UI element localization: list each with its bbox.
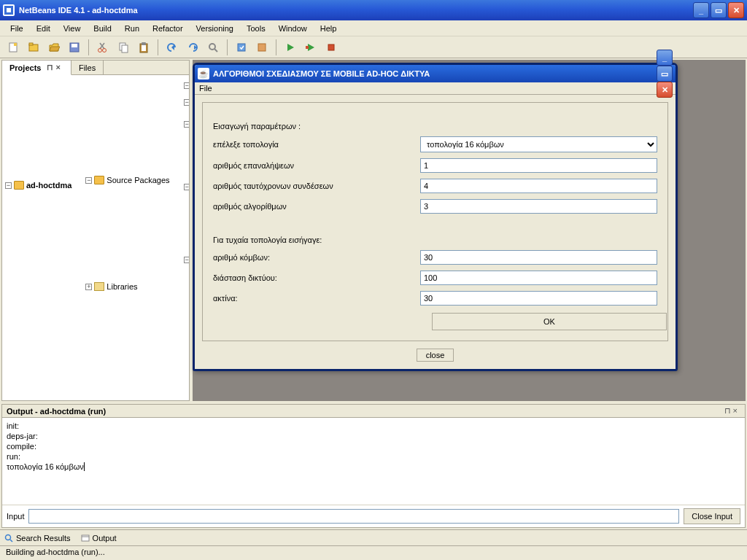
menu-tools[interactable]: Tools <box>241 23 271 34</box>
output-controls[interactable]: ⊓ × <box>721 406 740 416</box>
svg-point-15 <box>209 44 215 50</box>
iterations-input[interactable] <box>420 158 657 173</box>
algorithms-label: αριθμός αλγορίθμων <box>213 202 417 211</box>
output-title: Output - ad-hoctdma (run) <box>7 407 106 416</box>
status-bar: Building ad-hoctdma (run)... <box>0 545 747 560</box>
open-icon[interactable] <box>45 39 63 56</box>
close-input-button[interactable]: Close Input <box>684 508 740 524</box>
menu-build[interactable]: Build <box>88 23 117 34</box>
algorithm-dialog: ☕ ΑΛΓΟΡΙΘΜΟΙ ΣΧΕΔΙΑΣΜΟΥ ΣΕ MOBILE AD-HOC… <box>193 63 678 371</box>
svg-rect-20 <box>328 44 334 50</box>
svg-rect-18 <box>258 44 266 51</box>
menu-bar: File Edit View Build Run Refactor Versio… <box>0 20 747 36</box>
dialog-maximize-button[interactable]: ▭ <box>657 66 673 82</box>
connections-input[interactable] <box>420 179 657 193</box>
nodes-label: αριθμό κόμβων: <box>213 253 417 262</box>
tab-files[interactable]: Files <box>71 61 104 74</box>
svg-rect-5 <box>29 43 33 45</box>
minimize-button[interactable]: _ <box>693 2 709 18</box>
dialog-title: ΑΛΓΟΡΙΘΜΟΙ ΣΧΕΔΙΑΣΜΟΥ ΣΕ MOBILE AD-HOC Δ… <box>213 69 430 78</box>
svg-rect-14 <box>142 42 146 45</box>
algorithms-input[interactable] <box>420 199 657 214</box>
dialog-minimize-button[interactable]: _ <box>657 50 673 66</box>
svg-rect-13 <box>142 45 146 51</box>
find-icon[interactable] <box>204 39 222 56</box>
menu-versioning[interactable]: Versioning <box>190 23 239 34</box>
svg-rect-11 <box>122 45 128 52</box>
maximize-button[interactable]: ▭ <box>711 2 727 18</box>
output-panel: Output - ad-hoctdma (run)⊓ × init: deps-… <box>1 404 746 528</box>
toolbar <box>0 36 747 58</box>
editor-area: ☕ ΑΛΓΟΡΙΘΜΟΙ ΣΧΕΔΙΑΣΜΟΥ ΣΕ MOBILE AD-HOC… <box>193 60 746 401</box>
window-title: NetBeans IDE 4.1 - ad-hoctdma <box>19 6 138 15</box>
svg-point-9 <box>103 48 107 52</box>
dimension-input[interactable] <box>420 271 657 285</box>
attach-icon[interactable] <box>322 39 340 56</box>
tab-projects[interactable]: Projects⊓ × <box>2 61 71 75</box>
radius-label: ακτίνα: <box>213 294 417 303</box>
output-body[interactable]: init: deps-jar: compile: run: τοπολογία … <box>2 418 745 505</box>
run-icon[interactable] <box>282 39 299 56</box>
java-icon: ☕ <box>198 68 209 79</box>
netbeans-icon <box>3 4 15 16</box>
copy-icon[interactable] <box>115 39 132 56</box>
dimension-label: διάσταση δικτύου: <box>213 273 417 282</box>
paste-icon[interactable] <box>135 39 152 56</box>
svg-rect-19 <box>306 46 309 49</box>
svg-point-21 <box>6 534 11 540</box>
dialog-close-button[interactable]: ✕ <box>657 82 673 98</box>
project-tree[interactable]: −ad-hoctdma −Source Packages −adhoctdma … <box>2 75 189 400</box>
window-titlebar: NetBeans IDE 4.1 - ad-hoctdma _ ▭ ✕ <box>0 0 747 20</box>
redo-icon[interactable] <box>184 39 201 56</box>
input-label: Input <box>7 512 24 521</box>
nodes-input[interactable] <box>420 250 657 265</box>
close-button[interactable]: ✕ <box>728 2 744 18</box>
menu-file[interactable]: File <box>4 23 29 34</box>
svg-rect-1 <box>7 8 11 12</box>
ok-button[interactable]: OK <box>432 313 667 330</box>
cut-icon[interactable] <box>94 39 112 56</box>
dialog-menu-file[interactable]: File <box>195 82 676 95</box>
undo-icon[interactable] <box>163 39 181 56</box>
build-icon[interactable] <box>233 39 250 56</box>
save-icon[interactable] <box>66 39 83 56</box>
connections-label: αριθμός ταυτόχρονων συνδέσεων <box>213 182 417 190</box>
menu-refactor[interactable]: Refactor <box>147 23 189 34</box>
pin-icon[interactable]: ⊓ × <box>44 63 63 72</box>
menu-window[interactable]: Window <box>273 23 313 34</box>
bottom-tabs: Search Results Output <box>0 529 747 545</box>
section2-label: Για τυχαία τοπολογία εισήγαγε: <box>213 236 657 244</box>
svg-rect-23 <box>82 535 89 541</box>
dialog-titlebar[interactable]: ☕ ΑΛΓΟΡΙΘΜΟΙ ΣΧΕΔΙΑΣΜΟΥ ΣΕ MOBILE AD-HOC… <box>195 65 676 82</box>
svg-line-16 <box>214 49 217 52</box>
new-file-icon[interactable] <box>4 39 22 56</box>
search-icon <box>4 534 13 542</box>
output-tab[interactable]: Output <box>81 534 117 542</box>
output-input[interactable] <box>28 509 679 524</box>
topology-label: επέλεξε τοπολογία <box>213 140 417 149</box>
svg-rect-3 <box>14 43 17 46</box>
svg-rect-7 <box>71 44 77 47</box>
radius-input[interactable] <box>420 291 657 306</box>
search-results-tab[interactable]: Search Results <box>4 534 71 542</box>
output-icon <box>81 534 90 542</box>
menu-run[interactable]: Run <box>119 23 145 34</box>
debug-icon[interactable] <box>302 39 320 56</box>
clean-build-icon[interactable] <box>253 39 271 56</box>
svg-point-8 <box>98 48 102 52</box>
close-dialog-button[interactable]: close <box>417 349 454 362</box>
new-project-icon[interactable] <box>25 39 42 56</box>
topology-select[interactable]: τοπολογία 16 κόμβων <box>420 136 657 152</box>
section1-label: Εισαγωγή παραμέτρων : <box>213 122 657 131</box>
svg-rect-17 <box>238 44 245 51</box>
iterations-label: αριθμός επαναλήψεων <box>213 161 417 170</box>
menu-help[interactable]: Help <box>314 23 343 34</box>
menu-edit[interactable]: Edit <box>31 23 56 34</box>
svg-line-22 <box>10 540 12 542</box>
projects-panel: Projects⊓ × Files −ad-hoctdma −Source Pa… <box>1 60 190 401</box>
menu-view[interactable]: View <box>58 23 87 34</box>
